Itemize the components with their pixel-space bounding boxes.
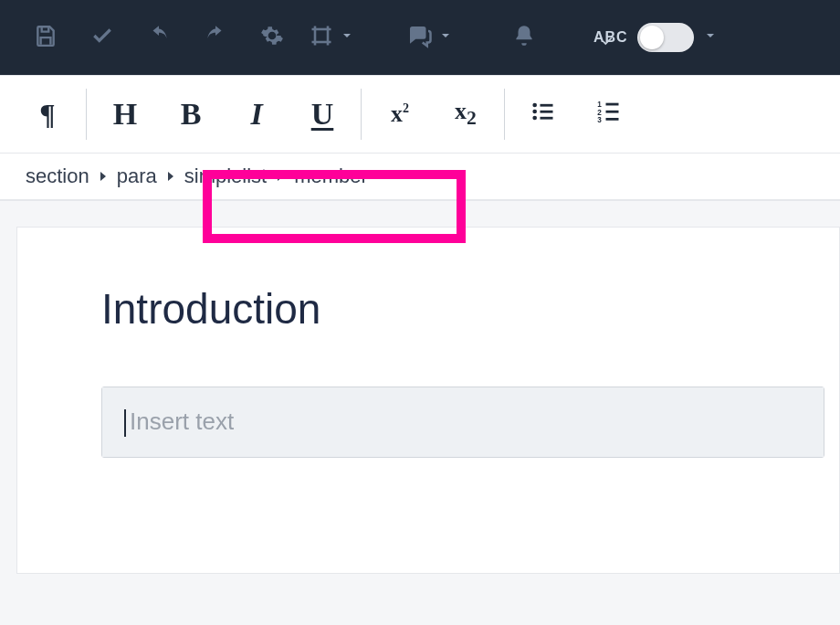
breadcrumb-item-simplelist[interactable]: simplelist xyxy=(184,164,267,188)
toolbar-divider xyxy=(504,89,505,140)
breadcrumb-item-para[interactable]: para xyxy=(117,164,157,188)
frame-select-dropdown[interactable] xyxy=(309,23,354,52)
notifications-button[interactable] xyxy=(504,17,544,58)
breadcrumb: section para simplelist member xyxy=(0,154,840,201)
simplelist-member-field[interactable]: Insert text xyxy=(101,387,824,458)
redo-icon xyxy=(204,24,227,51)
chevron-down-icon xyxy=(438,28,453,47)
chevron-right-icon xyxy=(166,172,175,181)
placeholder-text: Insert text xyxy=(130,408,234,435)
breadcrumb-label: section xyxy=(26,164,89,188)
breadcrumb-item-section[interactable]: section xyxy=(26,164,89,188)
editor-canvas: Introduction Insert text xyxy=(0,201,840,574)
pilcrow-icon: ¶ xyxy=(39,98,55,132)
chevron-right-icon xyxy=(99,172,108,181)
document-page[interactable]: Introduction Insert text xyxy=(16,227,840,574)
svg-point-3 xyxy=(532,116,537,121)
check-icon xyxy=(601,35,614,51)
paragraph-mark-button[interactable]: ¶ xyxy=(15,87,80,142)
bell-icon xyxy=(512,24,536,51)
text-input[interactable]: Insert text xyxy=(102,387,824,457)
settings-button[interactable] xyxy=(252,17,292,58)
chevron-down-icon[interactable] xyxy=(703,28,718,47)
format-toolbar: ¶ H B I U x2 x2 123 xyxy=(0,75,840,154)
subscript-glyph: x2 xyxy=(455,98,477,130)
text-cursor xyxy=(124,409,126,437)
page-title[interactable]: Introduction xyxy=(101,284,839,334)
breadcrumb-item-member[interactable]: member xyxy=(294,164,368,188)
svg-point-2 xyxy=(532,110,537,114)
svg-point-1 xyxy=(532,103,537,108)
bold-glyph: B xyxy=(181,97,202,132)
save-icon xyxy=(34,24,58,51)
svg-rect-0 xyxy=(315,29,328,42)
spellcheck-toggle[interactable] xyxy=(637,23,694,52)
spellcheck-toggle-group: ABC xyxy=(593,23,718,52)
svg-rect-10 xyxy=(606,103,619,106)
comments-dropdown[interactable] xyxy=(405,22,453,53)
underline-button[interactable]: U xyxy=(289,87,355,142)
top-toolbar: ABC xyxy=(0,0,840,75)
toolbar-divider xyxy=(361,89,362,140)
chevron-right-icon xyxy=(276,172,285,181)
chevron-down-icon xyxy=(340,28,354,47)
svg-text:3: 3 xyxy=(597,116,602,124)
numbered-list-button[interactable]: 123 xyxy=(576,87,642,142)
superscript-button[interactable]: x2 xyxy=(367,87,433,142)
redo-button[interactable] xyxy=(195,17,236,58)
subscript-button[interactable]: x2 xyxy=(433,87,499,142)
undo-icon xyxy=(147,24,171,51)
toolbar-divider xyxy=(86,89,87,140)
numbered-list-icon: 123 xyxy=(596,97,622,132)
svg-rect-6 xyxy=(541,117,553,120)
frame-select-icon xyxy=(309,23,334,52)
bold-button[interactable]: B xyxy=(158,87,224,142)
superscript-glyph: x2 xyxy=(391,101,409,128)
spellcheck-label: ABC xyxy=(593,29,628,46)
breadcrumb-label: para xyxy=(117,164,157,188)
bulleted-list-button[interactable] xyxy=(510,87,576,142)
svg-rect-12 xyxy=(606,118,619,121)
bulleted-list-icon xyxy=(530,97,556,132)
confirm-button[interactable] xyxy=(82,17,122,58)
breadcrumb-label: simplelist xyxy=(184,164,267,188)
italic-glyph: I xyxy=(250,97,262,132)
svg-rect-4 xyxy=(541,104,553,107)
comment-icon xyxy=(405,22,433,53)
underline-glyph: U xyxy=(311,97,334,132)
italic-button[interactable]: I xyxy=(224,87,289,142)
breadcrumb-label: member xyxy=(294,164,368,188)
undo-button[interactable] xyxy=(139,17,179,58)
check-icon xyxy=(90,24,114,51)
save-button[interactable] xyxy=(26,17,66,58)
gear-icon xyxy=(260,24,284,51)
svg-rect-5 xyxy=(541,111,553,113)
heading-button[interactable]: H xyxy=(92,87,158,142)
svg-rect-11 xyxy=(606,111,619,113)
heading-glyph: H xyxy=(113,97,137,132)
